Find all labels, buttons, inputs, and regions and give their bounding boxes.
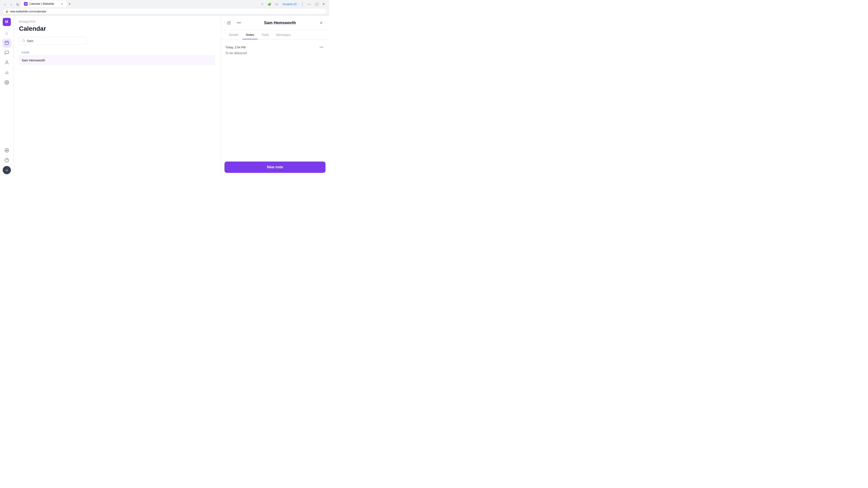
panel-body: Today, 2:54 PM · ••• To be delivered [221,39,329,158]
svg-point-4 [6,61,7,62]
note-actions-button[interactable]: ••• [318,44,324,51]
new-tab-button[interactable]: + [66,1,73,7]
browser-tabs: ‹ › ↻ W Calendar | Waitwhile ✕ + ☆ 🧩 ▭ I… [0,0,329,7]
user-avatar[interactable]: U [3,166,11,174]
incognito-badge[interactable]: Incognito (2) [281,2,298,6]
sidebar: M ⌂ [0,15,13,176]
bookmark-icon[interactable]: ☆ [259,1,266,7]
panel-title: Sam Hemsworth [245,21,315,25]
close-panel-button[interactable]: ✕ [317,19,324,26]
sidebar-logo[interactable]: M [3,18,11,26]
note-dot: · [246,45,247,49]
tab-details[interactable]: Details [225,30,242,39]
sidebar-item-help[interactable] [2,156,11,165]
right-panel: ••• Sam Hemsworth ✕ Details Notes Visits… [221,15,329,176]
panel-header: ••• Sam Hemsworth ✕ [221,15,329,30]
extensions-icon[interactable]: 🧩 [267,1,273,7]
app-container: M ⌂ [0,15,329,176]
note-timestamp: Today, 2:54 PM [225,46,246,49]
forward-button[interactable]: › [8,2,14,7]
sidebar-item-analytics[interactable] [2,68,11,77]
minimize-button[interactable]: — [306,1,312,7]
messages-icon [4,51,9,56]
table-header: NAME [19,49,215,56]
tab-favicon: W [24,2,28,6]
main-content: Moodjoy7434 Calendar NAME Sam Hemsworth [13,15,221,176]
svg-point-8 [6,82,7,83]
address-bar[interactable]: 🔒 new.waitwhile.com/calendar [2,8,327,14]
table-container: NAME Sam Hemsworth [19,49,215,172]
help-icon [4,158,9,164]
lock-icon: 🔒 [5,10,8,13]
sidebar-item-home[interactable]: ⌂ [2,29,11,38]
browser-menu-button[interactable]: ⋮ [299,1,305,7]
tab-messages[interactable]: Messages [273,30,294,39]
workspace-label: Moodjoy7434 [19,20,215,23]
tab-visits[interactable]: Visits [258,30,272,39]
search-icon [22,39,25,43]
home-icon: ⌂ [5,31,8,36]
panel-tabs: Details Notes Visits Messages [221,30,329,39]
analytics-icon [4,70,9,76]
back-button[interactable]: ‹ [2,2,8,7]
sidebar-bottom: U [2,146,11,174]
maximize-button[interactable]: ⬜ [313,1,320,7]
tab-notes[interactable]: Notes [242,30,258,39]
sidebar-item-messages[interactable] [2,48,11,58]
svg-text:U: U [6,169,8,172]
svg-rect-0 [5,41,8,44]
users-icon [4,60,9,66]
close-button[interactable]: ✕ [320,1,327,7]
page-title: Calendar [19,25,215,32]
svg-line-15 [24,41,25,42]
browser-chrome: ‹ › ↻ W Calendar | Waitwhile ✕ + ☆ 🧩 ▭ I… [0,0,329,15]
sidebar-icon[interactable]: ▭ [274,1,280,7]
close-tab-button[interactable]: ✕ [60,2,64,6]
search-input[interactable] [27,39,84,43]
sidebar-item-bolt[interactable] [2,146,11,155]
row-name: Sam Hemsworth [22,59,213,62]
svg-point-14 [22,39,24,41]
col-header-name: NAME [22,51,213,54]
browser-tab-calendar[interactable]: W Calendar | Waitwhile ✕ [21,0,66,7]
sidebar-item-users[interactable] [2,59,11,68]
reload-button[interactable]: ↻ [15,2,20,7]
sidebar-item-calendar[interactable] [2,39,11,48]
note-content: To be delivered [225,51,324,55]
table-row[interactable]: Sam Hemsworth [19,56,215,65]
url-text: new.waitwhile.com/calendar [10,10,46,13]
sidebar-item-settings[interactable] [2,78,11,88]
tab-title: Calendar | Waitwhile [29,2,54,5]
search-bar[interactable] [19,37,87,45]
note-meta: Today, 2:54 PM · ••• [225,44,324,51]
calendar-icon [4,40,9,46]
settings-icon [4,80,9,86]
note-entry: Today, 2:54 PM · ••• To be delivered [225,44,324,55]
new-note-button[interactable]: New note [224,162,326,173]
edit-button[interactable] [225,19,232,26]
address-bar-row: 🔒 new.waitwhile.com/calendar [0,7,329,15]
more-options-button[interactable]: ••• [235,19,243,26]
bolt-icon [4,148,9,154]
